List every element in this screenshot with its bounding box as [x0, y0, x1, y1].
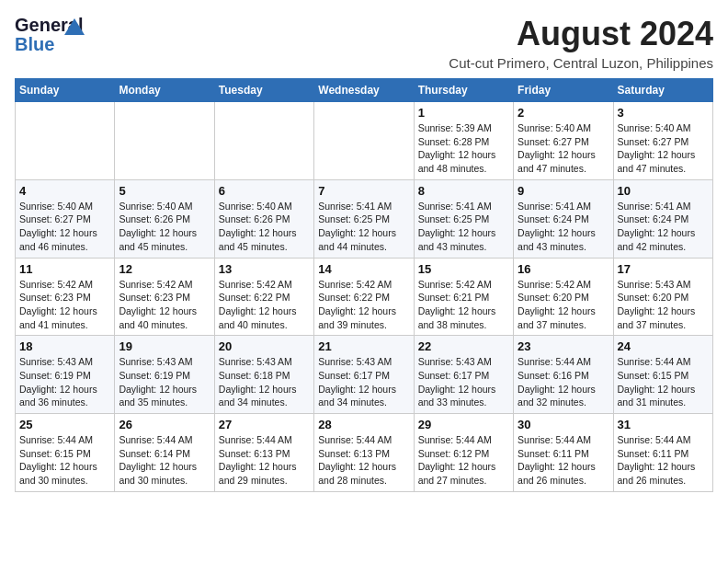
day-number: 10: [618, 184, 709, 198]
day-number: 12: [119, 262, 210, 276]
day-info: Sunrise: 5:41 AM Sunset: 6:24 PM Dayligh…: [518, 200, 609, 254]
calendar-cell: [115, 102, 214, 180]
day-info: Sunrise: 5:44 AM Sunset: 6:11 PM Dayligh…: [618, 433, 709, 488]
day-info: Sunrise: 5:44 AM Sunset: 6:16 PM Dayligh…: [518, 355, 609, 409]
day-info: Sunrise: 5:44 AM Sunset: 6:13 PM Dayligh…: [318, 433, 409, 488]
day-info: Sunrise: 5:43 AM Sunset: 6:20 PM Dayligh…: [618, 278, 709, 332]
calendar-week-row: 18Sunrise: 5:43 AM Sunset: 6:19 PM Dayli…: [16, 336, 713, 414]
day-info: Sunrise: 5:41 AM Sunset: 6:25 PM Dayligh…: [318, 200, 409, 254]
day-number: 14: [318, 262, 409, 276]
calendar-week-row: 1Sunrise: 5:39 AM Sunset: 6:28 PM Daylig…: [16, 102, 713, 180]
day-info: Sunrise: 5:39 AM Sunset: 6:28 PM Dayligh…: [418, 121, 509, 176]
calendar-cell: 7Sunrise: 5:41 AM Sunset: 6:25 PM Daylig…: [314, 179, 414, 258]
weekday-header-saturday: Saturday: [613, 79, 712, 102]
day-info: Sunrise: 5:40 AM Sunset: 6:27 PM Dayligh…: [618, 121, 709, 176]
day-info: Sunrise: 5:42 AM Sunset: 6:22 PM Dayligh…: [219, 278, 310, 332]
calendar-week-row: 25Sunrise: 5:44 AM Sunset: 6:15 PM Dayli…: [16, 414, 713, 492]
day-number: 20: [219, 339, 310, 353]
day-number: 3: [618, 106, 709, 120]
calendar-cell: 16Sunrise: 5:42 AM Sunset: 6:20 PM Dayli…: [514, 258, 613, 336]
location-subtitle: Cut-cut Primero, Central Luzon, Philippi…: [449, 55, 713, 71]
day-info: Sunrise: 5:40 AM Sunset: 6:27 PM Dayligh…: [19, 200, 110, 254]
day-info: Sunrise: 5:42 AM Sunset: 6:23 PM Dayligh…: [19, 278, 110, 332]
weekday-header-tuesday: Tuesday: [214, 79, 313, 102]
day-number: 11: [19, 262, 110, 276]
calendar-cell: 25Sunrise: 5:44 AM Sunset: 6:15 PM Dayli…: [16, 414, 115, 492]
weekday-header-wednesday: Wednesday: [314, 79, 414, 102]
calendar-cell: 17Sunrise: 5:43 AM Sunset: 6:20 PM Dayli…: [613, 258, 712, 336]
day-info: Sunrise: 5:40 AM Sunset: 6:26 PM Dayligh…: [219, 200, 310, 254]
day-number: 4: [19, 184, 110, 198]
day-number: 16: [518, 262, 609, 276]
calendar-cell: 6Sunrise: 5:40 AM Sunset: 6:26 PM Daylig…: [214, 179, 313, 258]
day-info: Sunrise: 5:41 AM Sunset: 6:25 PM Dayligh…: [418, 200, 509, 254]
day-number: 28: [318, 418, 409, 431]
calendar-cell: 13Sunrise: 5:42 AM Sunset: 6:22 PM Dayli…: [214, 258, 313, 336]
calendar-cell: 26Sunrise: 5:44 AM Sunset: 6:14 PM Dayli…: [115, 414, 214, 492]
weekday-header-thursday: Thursday: [414, 79, 513, 102]
day-number: 1: [418, 106, 509, 120]
day-info: Sunrise: 5:44 AM Sunset: 6:15 PM Dayligh…: [618, 355, 709, 409]
calendar-cell: 23Sunrise: 5:44 AM Sunset: 6:16 PM Dayli…: [514, 336, 613, 414]
day-number: 8: [418, 184, 509, 198]
calendar-cell: [16, 102, 115, 180]
calendar-cell: 3Sunrise: 5:40 AM Sunset: 6:27 PM Daylig…: [613, 102, 712, 180]
calendar-cell: 12Sunrise: 5:42 AM Sunset: 6:23 PM Dayli…: [115, 258, 214, 336]
svg-marker-0: [64, 18, 85, 35]
day-number: 18: [19, 339, 110, 353]
day-number: 25: [19, 418, 110, 431]
day-number: 24: [618, 339, 709, 353]
day-number: 29: [418, 418, 509, 431]
day-number: 22: [418, 339, 509, 353]
calendar-cell: 29Sunrise: 5:44 AM Sunset: 6:12 PM Dayli…: [414, 414, 513, 492]
day-number: 2: [518, 106, 609, 120]
day-number: 23: [518, 339, 609, 353]
calendar-cell: 24Sunrise: 5:44 AM Sunset: 6:15 PM Dayli…: [613, 336, 712, 414]
day-info: Sunrise: 5:42 AM Sunset: 6:20 PM Dayligh…: [518, 278, 609, 332]
day-info: Sunrise: 5:42 AM Sunset: 6:22 PM Dayligh…: [318, 278, 409, 332]
calendar-cell: 18Sunrise: 5:43 AM Sunset: 6:19 PM Dayli…: [16, 336, 115, 414]
logo-icon: [64, 18, 85, 35]
calendar-header-row: SundayMondayTuesdayWednesdayThursdayFrid…: [16, 79, 713, 102]
day-number: 9: [518, 184, 609, 198]
day-info: Sunrise: 5:40 AM Sunset: 6:27 PM Dayligh…: [518, 121, 609, 176]
calendar-cell: 20Sunrise: 5:43 AM Sunset: 6:18 PM Dayli…: [214, 336, 313, 414]
day-info: Sunrise: 5:43 AM Sunset: 6:17 PM Dayligh…: [318, 355, 409, 409]
calendar-cell: 21Sunrise: 5:43 AM Sunset: 6:17 PM Dayli…: [314, 336, 414, 414]
weekday-header-friday: Friday: [514, 79, 613, 102]
day-info: Sunrise: 5:40 AM Sunset: 6:26 PM Dayligh…: [119, 200, 210, 254]
weekday-header-monday: Monday: [115, 79, 214, 102]
calendar-cell: 31Sunrise: 5:44 AM Sunset: 6:11 PM Dayli…: [613, 414, 712, 492]
day-info: Sunrise: 5:44 AM Sunset: 6:15 PM Dayligh…: [19, 433, 110, 488]
calendar-cell: 10Sunrise: 5:41 AM Sunset: 6:24 PM Dayli…: [613, 179, 712, 258]
day-number: 7: [318, 184, 409, 198]
calendar-cell: 5Sunrise: 5:40 AM Sunset: 6:26 PM Daylig…: [115, 179, 214, 258]
calendar-table: SundayMondayTuesdayWednesdayThursdayFrid…: [15, 78, 713, 492]
calendar-cell: 28Sunrise: 5:44 AM Sunset: 6:13 PM Dayli…: [314, 414, 414, 492]
calendar-cell: 1Sunrise: 5:39 AM Sunset: 6:28 PM Daylig…: [414, 102, 513, 180]
day-number: 19: [119, 339, 210, 353]
month-year-title: August 2024: [449, 15, 713, 53]
calendar-cell: 27Sunrise: 5:44 AM Sunset: 6:13 PM Dayli…: [214, 414, 313, 492]
title-section: August 2024 Cut-cut Primero, Central Luz…: [449, 15, 713, 71]
day-info: Sunrise: 5:44 AM Sunset: 6:13 PM Dayligh…: [219, 433, 310, 488]
day-number: 17: [618, 262, 709, 276]
day-info: Sunrise: 5:44 AM Sunset: 6:14 PM Dayligh…: [119, 433, 210, 488]
calendar-cell: 30Sunrise: 5:44 AM Sunset: 6:11 PM Dayli…: [514, 414, 613, 492]
calendar-cell: 19Sunrise: 5:43 AM Sunset: 6:19 PM Dayli…: [115, 336, 214, 414]
calendar-cell: 22Sunrise: 5:43 AM Sunset: 6:17 PM Dayli…: [414, 336, 513, 414]
calendar-week-row: 4Sunrise: 5:40 AM Sunset: 6:27 PM Daylig…: [16, 179, 713, 258]
day-number: 15: [418, 262, 509, 276]
calendar-cell: 9Sunrise: 5:41 AM Sunset: 6:24 PM Daylig…: [514, 179, 613, 258]
day-number: 26: [119, 418, 210, 431]
day-info: Sunrise: 5:43 AM Sunset: 6:18 PM Dayligh…: [219, 355, 310, 409]
calendar-week-row: 11Sunrise: 5:42 AM Sunset: 6:23 PM Dayli…: [16, 258, 713, 336]
calendar-cell: 15Sunrise: 5:42 AM Sunset: 6:21 PM Dayli…: [414, 258, 513, 336]
calendar-cell: 4Sunrise: 5:40 AM Sunset: 6:27 PM Daylig…: [16, 179, 115, 258]
day-number: 6: [219, 184, 310, 198]
day-info: Sunrise: 5:43 AM Sunset: 6:17 PM Dayligh…: [418, 355, 509, 409]
calendar-cell: 2Sunrise: 5:40 AM Sunset: 6:27 PM Daylig…: [514, 102, 613, 180]
day-info: Sunrise: 5:43 AM Sunset: 6:19 PM Dayligh…: [19, 355, 110, 409]
calendar-cell: 11Sunrise: 5:42 AM Sunset: 6:23 PM Dayli…: [16, 258, 115, 336]
day-number: 31: [618, 418, 709, 431]
